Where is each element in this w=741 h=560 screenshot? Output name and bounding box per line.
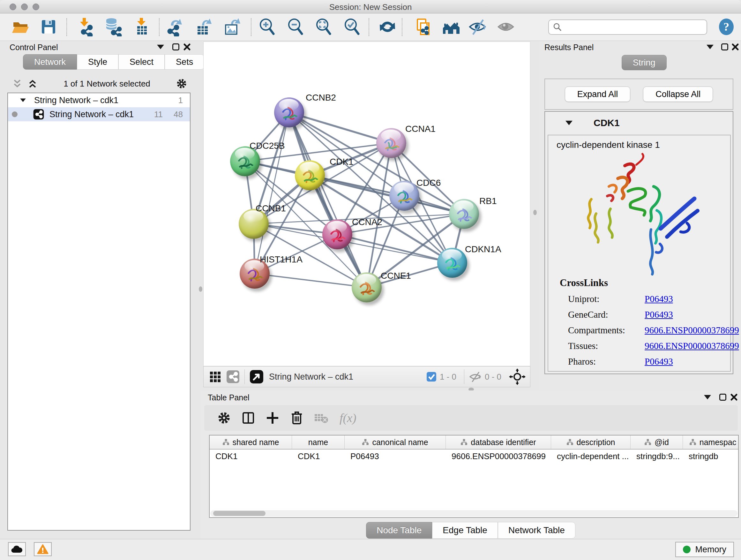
clone-network-button[interactable] bbox=[414, 17, 433, 37]
tab-network-table[interactable]: Network Table bbox=[498, 522, 576, 539]
help-button[interactable]: ? bbox=[717, 17, 736, 37]
zoom-in-button[interactable] bbox=[258, 17, 277, 37]
network-node[interactable] bbox=[295, 160, 325, 190]
network-node[interactable] bbox=[437, 248, 467, 278]
create-column-icon[interactable] bbox=[266, 411, 280, 425]
close-panel-icon[interactable] bbox=[730, 393, 738, 401]
network-edge[interactable] bbox=[289, 112, 391, 143]
hide-selected-icon[interactable] bbox=[468, 17, 487, 37]
hidden-eye-slash-icon[interactable] bbox=[469, 370, 482, 383]
network-edge[interactable] bbox=[255, 273, 367, 287]
panel-menu-icon[interactable] bbox=[157, 45, 164, 49]
tab-network[interactable]: Network bbox=[23, 54, 77, 70]
import-network-database-button[interactable] bbox=[104, 17, 123, 37]
export-network-button[interactable] bbox=[165, 17, 185, 37]
tab-select[interactable]: Select bbox=[118, 54, 165, 70]
panel-menu-icon[interactable] bbox=[704, 395, 711, 399]
import-table-button[interactable] bbox=[132, 17, 151, 37]
selected-checkbox-icon[interactable] bbox=[426, 372, 436, 382]
gene-section-header[interactable]: CDK1 bbox=[545, 112, 733, 134]
network-edge[interactable] bbox=[255, 112, 289, 273]
table-cell[interactable]: 9606.ENSP00000378699 bbox=[446, 451, 551, 461]
network-node[interactable] bbox=[274, 98, 304, 127]
close-panel-icon[interactable] bbox=[183, 43, 191, 51]
results-actions: Expand All Collapse All bbox=[544, 78, 733, 110]
column-type-icon bbox=[362, 439, 369, 446]
column-header-label: namespac bbox=[699, 438, 736, 447]
column-header-@id[interactable]: @id bbox=[630, 435, 683, 449]
zoom-fit-button[interactable] bbox=[314, 17, 333, 37]
vertical-splitter-handle[interactable] bbox=[533, 210, 537, 215]
tab-style[interactable]: Style bbox=[77, 54, 118, 70]
network-node[interactable] bbox=[389, 181, 419, 211]
crosslink-link[interactable]: P06493 bbox=[645, 309, 673, 320]
network-options-gear-icon[interactable] bbox=[176, 78, 187, 89]
crosslink-link[interactable]: P06493 bbox=[645, 294, 673, 304]
save-session-button[interactable] bbox=[39, 17, 58, 37]
birds-eye-crosshair-icon[interactable] bbox=[509, 368, 526, 385]
ndex-browse-button[interactable] bbox=[442, 17, 461, 37]
delete-column-icon[interactable] bbox=[290, 411, 303, 425]
network-node[interactable] bbox=[449, 199, 479, 229]
show-columns-icon[interactable] bbox=[241, 411, 255, 425]
tree-row-group[interactable]: String Network – cdk11 bbox=[8, 93, 190, 107]
apply-layout-button[interactable] bbox=[378, 17, 397, 37]
float-panel-button[interactable] bbox=[719, 394, 726, 401]
tree-expand-icon[interactable] bbox=[20, 98, 26, 102]
zoom-selected-button[interactable] bbox=[342, 17, 361, 37]
column-header-database-identifier[interactable]: database identifier bbox=[446, 435, 551, 449]
network-node[interactable] bbox=[352, 272, 382, 302]
panel-menu-icon[interactable] bbox=[706, 45, 714, 49]
column-header-shared-name[interactable]: shared name bbox=[210, 435, 292, 449]
column-header-canonical-name[interactable]: canonical name bbox=[345, 435, 446, 449]
table-horizontal-scrollbar[interactable] bbox=[210, 510, 738, 516]
scrollbar-thumb[interactable] bbox=[213, 511, 266, 516]
collapse-section-icon[interactable] bbox=[565, 121, 572, 125]
close-panel-icon[interactable] bbox=[731, 43, 739, 51]
table-cell[interactable]: P06493 bbox=[345, 451, 446, 461]
table-cell[interactable]: CDK1 bbox=[210, 451, 292, 461]
float-panel-button[interactable] bbox=[172, 44, 179, 51]
crosslink-link[interactable]: 9606.ENSP00000378699 bbox=[645, 341, 739, 351]
collapse-all-button[interactable]: Collapse All bbox=[643, 86, 713, 102]
table-cell[interactable]: stringdb bbox=[683, 451, 739, 461]
crosslink-link[interactable]: 9606.ENSP00000378699 bbox=[645, 325, 739, 335]
expand-all-tree-icon[interactable] bbox=[27, 78, 38, 89]
tab-edge-table[interactable]: Edge Table bbox=[432, 522, 498, 539]
tree-row-network[interactable]: String Network – cdk11148 bbox=[8, 107, 190, 121]
open-session-button[interactable] bbox=[11, 17, 30, 37]
vertical-splitter-handle[interactable] bbox=[199, 287, 202, 292]
collapse-all-tree-icon[interactable] bbox=[12, 78, 23, 89]
table-cell[interactable]: cyclin-dependent ... bbox=[551, 451, 630, 461]
tab-node-table[interactable]: Node Table bbox=[366, 522, 432, 539]
column-header-name[interactable]: name bbox=[292, 435, 345, 449]
tab-sets[interactable]: Sets bbox=[165, 54, 204, 70]
table-options-gear-icon[interactable] bbox=[217, 411, 231, 425]
memory-button[interactable]: Memory bbox=[675, 542, 734, 557]
search-input[interactable] bbox=[562, 22, 703, 32]
cloud-status-button[interactable] bbox=[8, 542, 26, 556]
network-edge[interactable] bbox=[310, 175, 464, 214]
expand-all-button[interactable]: Expand All bbox=[565, 86, 630, 102]
column-header-label: canonical name bbox=[372, 438, 428, 447]
grid-view-icon[interactable] bbox=[209, 370, 221, 383]
network-view-icon[interactable] bbox=[226, 370, 240, 384]
column-header-label: description bbox=[577, 438, 615, 447]
detach-view-icon[interactable] bbox=[249, 369, 264, 384]
column-header-namespac[interactable]: namespac bbox=[683, 435, 739, 449]
network-node[interactable] bbox=[322, 219, 352, 249]
float-panel-button[interactable] bbox=[721, 44, 728, 51]
tab-string[interactable]: String bbox=[622, 55, 667, 70]
table-cell[interactable]: CDK1 bbox=[292, 451, 345, 461]
zoom-out-button[interactable] bbox=[286, 17, 305, 37]
export-image-button[interactable] bbox=[222, 17, 241, 37]
export-table-button[interactable] bbox=[194, 17, 213, 37]
network-canvas[interactable]: CCNB2CCNA1CDC25BCDK1CDC6RB1CCNB1CCNA2CDK… bbox=[203, 42, 530, 366]
import-network-file-button[interactable] bbox=[76, 17, 95, 37]
table-cell[interactable]: stringdb:9... bbox=[630, 451, 683, 461]
warnings-button[interactable] bbox=[34, 542, 52, 556]
network-node[interactable] bbox=[376, 128, 406, 158]
column-header-description[interactable]: description bbox=[551, 435, 630, 449]
crosslink-link[interactable]: P06493 bbox=[645, 356, 673, 367]
table-tabs: Node TableEdge TableNetwork Table bbox=[200, 522, 741, 539]
